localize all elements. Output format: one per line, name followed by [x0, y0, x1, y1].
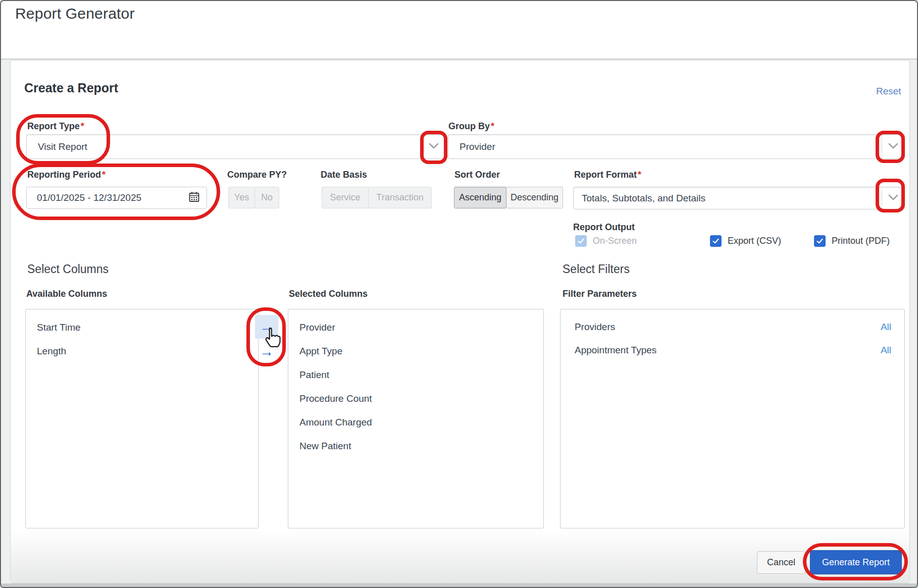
sort-order-toggle: Ascending Descending [454, 187, 563, 208]
date-basis-label: Date Basis [321, 170, 367, 180]
panel-heading: Create a Report [24, 81, 118, 95]
filter-row-appointment-types[interactable]: Appointment Types All [560, 339, 904, 362]
report-type-label: Report Type* [27, 121, 84, 132]
list-item[interactable]: Patient [288, 363, 543, 387]
sort-order-descending-button[interactable]: Descending [506, 187, 563, 208]
compare-py-no-button: No [254, 187, 279, 208]
bottom-strip [1, 583, 917, 588]
date-basis-service-button: Service [322, 187, 369, 208]
group-by-select[interactable]: Provider [448, 134, 905, 159]
report-format-value: Totals, Subtotals, and Details [574, 193, 705, 204]
reporting-period-value: 01/01/2025 - 12/31/2025 [27, 192, 141, 203]
chevron-down-icon [888, 194, 898, 203]
page-title: Report Generator [15, 5, 135, 22]
reporting-period-label: Reporting Period* [27, 170, 106, 180]
cancel-button[interactable]: Cancel [757, 551, 805, 574]
list-item[interactable]: Procedure Count [288, 387, 543, 410]
move-selected-right-button[interactable]: → [255, 315, 278, 339]
list-item[interactable]: Amount Charged [288, 410, 543, 434]
selected-columns-label: Selected Columns [289, 289, 368, 299]
arrow-right-icon: → [260, 345, 274, 359]
generate-report-button[interactable]: Generate Report [810, 550, 902, 574]
compare-py-yes-button: Yes [228, 187, 255, 208]
filter-row-providers[interactable]: Providers All [560, 315, 904, 339]
selected-columns-list: Provider Appt Type Patient Procedure Cou… [288, 309, 544, 528]
available-columns-list: Start Time Length [25, 309, 259, 528]
filter-parameters-list: Providers All Appointment Types All [560, 309, 905, 528]
report-type-select[interactable]: Visit Report [26, 134, 445, 159]
report-output-export: Export (CSV) [710, 235, 781, 247]
printout-pdf-checkbox[interactable] [814, 235, 826, 247]
list-item[interactable]: Start Time [26, 315, 258, 339]
on-screen-checkbox [575, 235, 587, 247]
report-generator-screen: Report Generator Create a Report Reset R… [0, 0, 918, 588]
filter-value: All [881, 322, 891, 333]
date-basis-toggle: Service Transaction [322, 187, 432, 208]
app-header: Report Generator [1, 1, 917, 60]
export-csv-label: Export (CSV) [728, 236, 781, 246]
report-format-chevron[interactable] [882, 189, 904, 207]
list-item[interactable]: New Patient [288, 434, 543, 458]
group-by-value: Provider [448, 141, 495, 152]
list-item[interactable]: Appt Type [288, 339, 543, 363]
required-asterisk: * [491, 121, 494, 131]
compare-py-label: Compare PY? [227, 170, 287, 180]
report-output-onscreen: On-Screen [575, 235, 637, 247]
chevron-down-icon [888, 142, 898, 151]
filter-name: Providers [575, 322, 615, 333]
filter-parameters-label: Filter Parameters [563, 289, 637, 299]
select-columns-heading: Select Columns [27, 262, 109, 276]
report-format-select[interactable]: Totals, Subtotals, and Details [573, 187, 905, 209]
report-output-label: Report Output [573, 222, 635, 233]
list-item[interactable]: Length [26, 339, 258, 363]
reporting-period-input[interactable]: 01/01/2025 - 12/31/2025 [26, 187, 207, 209]
printout-pdf-label: Printout (PDF) [832, 236, 890, 246]
report-output-printout: Printout (PDF) [814, 235, 890, 247]
filter-name: Appointment Types [575, 345, 656, 356]
sort-order-label: Sort Order [454, 170, 500, 180]
select-filters-heading: Select Filters [563, 262, 630, 276]
chevron-down-icon [429, 142, 439, 151]
arrow-right-icon: → [260, 320, 274, 334]
date-basis-transaction-button: Transaction [368, 187, 432, 208]
available-columns-label: Available Columns [26, 289, 107, 299]
group-by-label: Group By* [448, 121, 494, 132]
sort-order-ascending-button[interactable]: Ascending [454, 187, 506, 208]
required-asterisk: * [638, 170, 641, 180]
move-all-right-button[interactable]: → [256, 342, 277, 361]
report-type-chevron[interactable] [422, 137, 445, 156]
reset-link[interactable]: Reset [876, 86, 901, 97]
list-item[interactable]: Provider [288, 315, 543, 339]
report-type-value: Visit Report [27, 141, 87, 152]
report-format-label: Report Format* [574, 170, 641, 180]
group-by-chevron[interactable] [882, 137, 904, 156]
export-csv-checkbox[interactable] [710, 235, 722, 247]
on-screen-label: On-Screen [593, 236, 637, 246]
compare-py-toggle: Yes No [228, 187, 279, 208]
required-asterisk: * [81, 121, 84, 131]
filter-value: All [881, 345, 891, 356]
calendar-icon[interactable] [189, 192, 199, 204]
required-asterisk: * [102, 170, 106, 180]
